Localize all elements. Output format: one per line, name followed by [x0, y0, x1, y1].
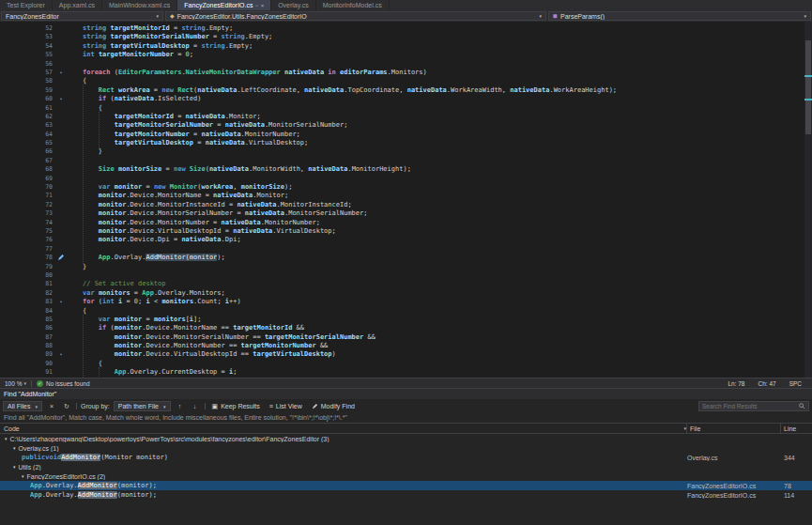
find-result-group-row[interactable]: ▾Utils (2) [0, 462, 812, 471]
code-token: nativeData [407, 86, 447, 94]
code-line[interactable]: 86 if (monitor.Device.MonitorName == tar… [0, 324, 804, 332]
code-line[interactable]: 70 var monitor = new Monitor(workArea, m… [0, 183, 804, 192]
clear-results-button[interactable]: × [46, 401, 57, 411]
code-line[interactable]: 63 targetMonitorSerialNumber = nativeDat… [0, 121, 804, 130]
scope-dropdown[interactable]: All Files ▾ [3, 401, 42, 411]
list-view-toggle[interactable]: ≡ List View [267, 401, 305, 411]
tab-mainwindow-xaml-cs[interactable]: MainWindow.xaml.cs [102, 0, 177, 10]
find-result-row[interactable]: App.Overlay.AddMonitor(monitor);FancyZon… [0, 481, 812, 490]
line-number: 70 [0, 183, 54, 192]
expander-icon[interactable]: ▾ [22, 473, 24, 479]
indent-mode-indicator[interactable]: SPC [789, 380, 802, 387]
find-result-row[interactable]: public void AddMonitor(Monitor monitor)O… [0, 453, 812, 462]
expander-icon[interactable]: ▾ [13, 445, 16, 451]
fold-margin [54, 201, 68, 209]
vertical-scrollbar[interactable] [804, 22, 812, 378]
previous-result-button[interactable]: ↑ [175, 401, 186, 411]
code-line[interactable]: 66 } [0, 147, 804, 156]
modify-find-button[interactable]: Modify Find [309, 401, 358, 411]
code-token: C:\Users\zhaopengwang\Desktop\powertoys\… [10, 436, 329, 442]
code-line[interactable]: 59 Rect workArea = new Rect(nativeData.L… [0, 86, 804, 95]
find-result-group-row[interactable]: ▾C:\Users\zhaopengwang\Desktop\powertoys… [0, 434, 812, 443]
document-health-indicator[interactable]: ✓ No issues found [37, 380, 90, 387]
find-result-row[interactable]: App.Overlay.AddMonitor(monitor);FancyZon… [0, 490, 812, 500]
code-line[interactable]: 84{ [0, 307, 804, 316]
code-line[interactable]: 73 monitor.Device.MonitorSerialNumber = … [0, 209, 804, 218]
code-token: string [222, 33, 245, 40]
code-line[interactable]: 52string targetMonitorId = string.Empty; [0, 24, 804, 33]
code-line[interactable]: 81// Set active desktop [0, 280, 804, 288]
search-results-box[interactable] [698, 401, 809, 411]
fold-marker-icon[interactable]: ▾ [54, 350, 68, 359]
code-line[interactable]: 74 monitor.Device.MonitorNumber = native… [0, 219, 804, 227]
column-header-code[interactable]: Code ▾ [0, 424, 687, 433]
code-line[interactable]: 82var monitors = App.Overlay.Monitors; [0, 289, 804, 298]
code-line[interactable]: 57▾foreach (EditorParameters.NativeMonit… [0, 69, 804, 77]
type-dropdown[interactable]: ◆ FancyZonesEditor.Utils.FancyZonesEdito… [165, 11, 546, 21]
expander-icon[interactable]: ▾ [13, 464, 16, 470]
code-line[interactable]: 55int targetMonitorNumber = 0; [0, 51, 804, 59]
tab-pin-icon[interactable]: ▫ [255, 3, 257, 8]
code-line[interactable]: 78 App.Overlay.AddMonitor(monitor); [0, 254, 804, 262]
code-line[interactable]: 54string targetVirtualDesktop = string.E… [0, 42, 804, 51]
keep-results-label: Keep Results [221, 403, 260, 409]
result-code-cell: App.Overlay.AddMonitor(monitor); [0, 482, 684, 489]
fold-margin [54, 209, 68, 218]
project-dropdown[interactable]: FancyZonesEditor ▾ [1, 11, 163, 21]
line-number: 66 [0, 147, 54, 156]
keep-results-toggle[interactable]: ▣ Keep Results [209, 401, 263, 411]
column-header-file[interactable]: File [687, 424, 781, 433]
tab-test-explorer[interactable]: Test Explorer [0, 0, 53, 10]
code-line[interactable]: 83▾for (int i = 0; i < monitors.Count; i… [0, 298, 804, 306]
group-by-dropdown[interactable]: Path then File ▾ [114, 401, 171, 411]
code-line[interactable]: 58{ [0, 77, 804, 85]
scrollbar-thumb[interactable] [805, 40, 811, 134]
code-line[interactable]: 67 [0, 157, 804, 165]
code-line[interactable]: 88 monitor.Device.MonitorNumber == targe… [0, 342, 804, 350]
code-line[interactable]: 64 targetMonitorNumber = nativeData.Moni… [0, 131, 804, 139]
code-line[interactable]: 80 [0, 271, 804, 280]
code-line[interactable]: 91 App.Overlay.CurrentDesktop = i; [0, 368, 804, 377]
find-result-group-row[interactable]: ▾Overlay.cs (1) [0, 443, 812, 453]
search-results-input[interactable] [702, 403, 796, 409]
tab-app-xaml-cs[interactable]: App.xaml.cs [53, 0, 102, 10]
fold-marker-icon[interactable]: ▾ [54, 95, 68, 103]
code-line[interactable]: 68 Size monitorSize = new Size(nativeDat… [0, 165, 804, 174]
code-line[interactable]: 61 { [0, 104, 804, 113]
refresh-search-button[interactable]: ↻ [61, 401, 72, 411]
code-editor[interactable]: 52string targetMonitorId = string.Empty;… [0, 22, 812, 378]
code-line[interactable]: 89▾ monitor.Device.VirtualDesktopId == t… [0, 350, 804, 359]
code-token: App [142, 289, 154, 297]
glyph-margin [68, 316, 83, 324]
code-line[interactable]: 85 var monitor = monitors[i]; [0, 316, 804, 324]
tab-monitorinfomodel-cs[interactable]: MonitorInfoModel.cs [316, 0, 390, 10]
fold-marker-icon[interactable]: ▾ [54, 298, 68, 306]
code-line[interactable]: 62 targetMonitorId = nativeData.Monitor; [0, 113, 804, 121]
column-header-line[interactable]: Line [781, 424, 812, 433]
code-line[interactable]: 56 [0, 60, 804, 69]
code-line[interactable]: 60▾ if (nativeData.IsSelected) [0, 95, 804, 103]
code-line[interactable]: 72 monitor.Device.MonitorInstanceId = na… [0, 201, 804, 209]
code-line[interactable]: 71 monitor.Device.MonitorName = nativeDa… [0, 192, 804, 200]
code-line[interactable]: 90 { [0, 360, 804, 368]
code-line[interactable]: 65 targetVirtualDesktop = nativeData.Vir… [0, 139, 804, 147]
code-line[interactable]: 75 monitor.Device.VirtualDesktopId = nat… [0, 227, 804, 236]
code-line[interactable]: 79} [0, 263, 804, 271]
member-dropdown[interactable]: ◼ ParseParams() ▾ [548, 11, 811, 21]
code-line[interactable]: 87 monitor.Device.MonitorSerialNumber ==… [0, 333, 804, 342]
tab-close-icon[interactable]: × [261, 3, 265, 8]
fold-marker-icon[interactable]: ▾ [54, 69, 68, 77]
code-line[interactable]: 77 [0, 245, 804, 254]
method-icon: ◼ [553, 13, 558, 19]
find-result-group-row[interactable]: ▾FancyZonesEditorIO.cs (2) [0, 471, 812, 481]
expander-icon[interactable]: ▾ [5, 436, 8, 441]
code-line[interactable]: 76 monitor.Device.Dpi = nativeData.Dpi; [0, 236, 804, 244]
code-line[interactable]: 69 [0, 175, 804, 183]
code-token: string [181, 24, 205, 32]
code-token: ( [106, 95, 114, 102]
zoom-control[interactable]: 100 % ▾ [5, 380, 26, 387]
next-result-button[interactable]: ↓ [190, 401, 201, 411]
code-line[interactable]: 53string targetMonitorSerialNumber = str… [0, 33, 804, 41]
tab-fancyzoneseditorio-cs[interactable]: FancyZonesEditorIO.cs▫× [177, 0, 271, 10]
tab-overlay-cs[interactable]: Overlay.cs [271, 0, 316, 10]
